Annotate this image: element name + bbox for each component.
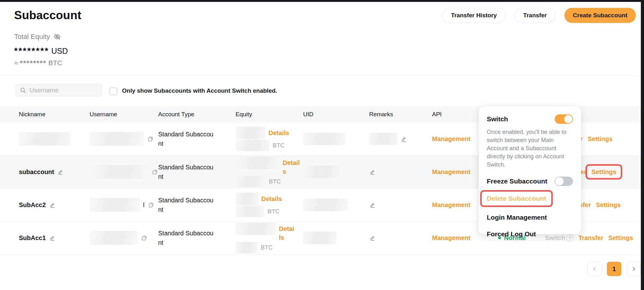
approx-symbol: ≈ — [14, 59, 18, 67]
total-equity-btc: ≈ ******** BTC — [14, 59, 62, 67]
btc-unit-label: BTC — [261, 244, 273, 251]
switch-toggle-label: Switch — [487, 115, 508, 123]
col-uid: UID — [303, 111, 314, 118]
masked-username — [90, 165, 148, 179]
total-equity-text: Total Equity — [14, 33, 50, 41]
masked-equity — [236, 127, 265, 139]
equity-details-link[interactable]: Detail — [283, 159, 300, 167]
total-equity-label: Total Equity — [14, 33, 61, 41]
delete-subaccount-item[interactable]: Delete Subaccount — [487, 195, 546, 202]
masked-equity-btc — [236, 206, 264, 217]
forced-log-out-item[interactable]: Forced Log Out — [487, 230, 573, 238]
masked-remark — [369, 133, 397, 145]
col-equity: Equity — [236, 111, 252, 118]
masked-uid — [303, 199, 348, 211]
freeze-toggle[interactable] — [555, 177, 573, 186]
account-type-line2: nt — [158, 238, 214, 247]
settings-link[interactable]: Settings — [591, 168, 616, 175]
username-search[interactable] — [15, 84, 103, 97]
col-api: API — [432, 111, 442, 118]
account-type-line1: Standard Subaccou — [158, 228, 214, 238]
account-type-line1: Standard Subaccou — [158, 129, 214, 139]
equity-cell: Details BTC — [236, 192, 282, 217]
masked-username — [90, 198, 140, 212]
masked-equity-btc — [236, 140, 269, 151]
account-type-line2: nt — [158, 139, 214, 148]
account-type: Standard Subaccou nt — [158, 228, 214, 247]
equity-cell: Details BTC — [236, 126, 289, 151]
api-management-link[interactable]: Management — [432, 168, 470, 176]
settings-highlight-box: Settings — [586, 164, 622, 180]
create-subaccount-button[interactable]: Create Subaccount — [564, 8, 636, 23]
pagination: 1 — [587, 262, 641, 276]
masked-uid — [303, 133, 346, 145]
nickname-text: SubAcc1 — [19, 234, 46, 242]
btc-unit: BTC — [48, 59, 62, 67]
api-management-link[interactable]: Management — [432, 234, 470, 242]
btc-unit-label: BTC — [269, 178, 281, 185]
prev-page-button[interactable] — [587, 262, 602, 276]
eye-off-icon[interactable] — [53, 33, 61, 41]
freeze-toggle-label: Freeze Subaccount — [487, 178, 547, 185]
equity-cell: Detail s BTC — [236, 156, 300, 188]
top-window-edge — [0, 0, 644, 2]
edit-nickname-icon[interactable] — [57, 169, 64, 175]
equity-details-link-wrap[interactable]: ls — [279, 234, 284, 241]
search-input[interactable] — [30, 87, 98, 94]
edit-remark-icon[interactable] — [369, 169, 376, 175]
edit-remark-icon[interactable] — [401, 136, 407, 142]
edit-remark-icon[interactable] — [369, 202, 376, 208]
masked-uid — [303, 232, 336, 244]
settings-link[interactable]: Settings — [588, 135, 613, 143]
login-management-item[interactable]: Login Management — [487, 214, 573, 221]
copy-icon[interactable] — [151, 169, 158, 175]
toggle-knob — [555, 177, 564, 185]
right-window-edge — [641, 0, 644, 290]
account-type-line1: Standard Subaccou — [158, 162, 214, 172]
equity-details-link-wrap[interactable]: s — [283, 168, 286, 175]
edit-remark-icon[interactable] — [369, 235, 376, 241]
usd-unit: USD — [51, 47, 68, 55]
col-nickname: Nickname — [19, 111, 45, 118]
transfer-history-button[interactable]: Transfer History — [442, 8, 506, 23]
username-visible-char: l — [143, 201, 144, 209]
delete-highlight-box: Delete Subaccount — [480, 190, 553, 207]
transfer-button[interactable]: Transfer — [514, 8, 556, 23]
settings-popup: Switch Once enabled, you'll be able to s… — [479, 106, 581, 234]
nickname-text: subaccount — [19, 168, 54, 176]
edit-nickname-icon[interactable] — [49, 202, 56, 208]
subaccount-page: Subaccount Transfer History Transfer Cre… — [0, 0, 644, 290]
toggle-knob — [564, 115, 572, 123]
equity-cell: Detai ls BTC — [236, 222, 294, 254]
switch-toggle[interactable] — [555, 114, 573, 124]
col-username: Username — [90, 111, 117, 118]
copy-icon[interactable] — [147, 136, 153, 142]
api-management-link[interactable]: Management — [432, 135, 470, 143]
transfer-link[interactable]: Transfer — [578, 234, 603, 242]
masked-equity — [236, 222, 276, 235]
switch-filter-checkbox[interactable] — [109, 87, 117, 95]
masked-username — [90, 132, 144, 146]
settings-link[interactable]: Settings — [608, 234, 633, 242]
masked-equity — [236, 193, 258, 205]
masked-equity-btc — [236, 242, 258, 253]
account-type-line1: Standard Subaccou — [158, 195, 214, 205]
equity-details-link[interactable]: Detai — [279, 225, 294, 233]
copy-icon[interactable] — [141, 235, 147, 241]
equity-details-link[interactable]: Details — [261, 195, 282, 203]
btc-unit-label: BTC — [268, 208, 280, 215]
api-management-link[interactable]: Management — [432, 201, 470, 209]
section-divider — [0, 75, 641, 76]
switch-filter-label: Only show Subaccounts with Account Switc… — [122, 87, 277, 94]
masked-nickname — [19, 132, 71, 145]
edit-nickname-icon[interactable] — [49, 235, 56, 241]
btc-unit-label: BTC — [273, 142, 285, 149]
equity-details-link[interactable]: Details — [269, 129, 289, 137]
settings-link[interactable]: Settings — [596, 201, 621, 209]
page-number-button[interactable]: 1 — [607, 262, 621, 276]
next-page-button[interactable] — [626, 262, 641, 276]
nickname-text: SubAcc2 — [19, 201, 46, 209]
masked-username — [90, 231, 137, 245]
masked-uid — [303, 166, 341, 178]
copy-icon[interactable] — [147, 202, 154, 208]
